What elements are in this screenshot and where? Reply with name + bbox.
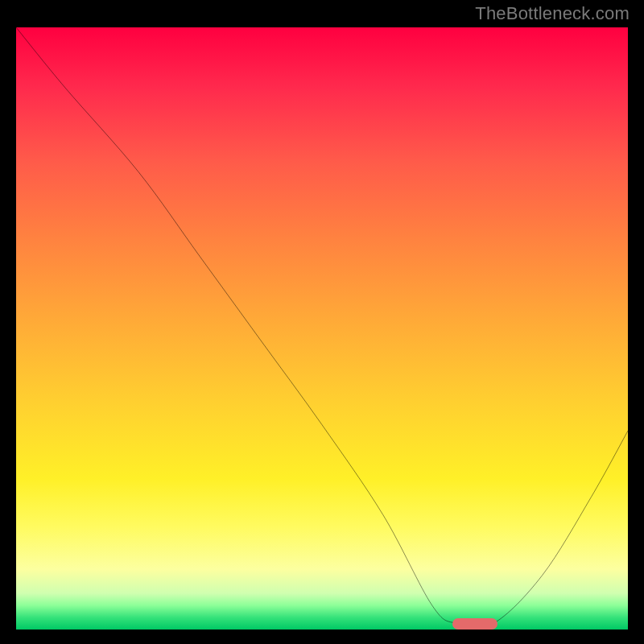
curve-path: [16, 27, 628, 628]
chart-frame: [13, 24, 631, 633]
watermark-text: TheBottleneck.com: [475, 3, 630, 24]
optimum-marker: [452, 618, 497, 630]
chart-curve: [16, 27, 628, 630]
